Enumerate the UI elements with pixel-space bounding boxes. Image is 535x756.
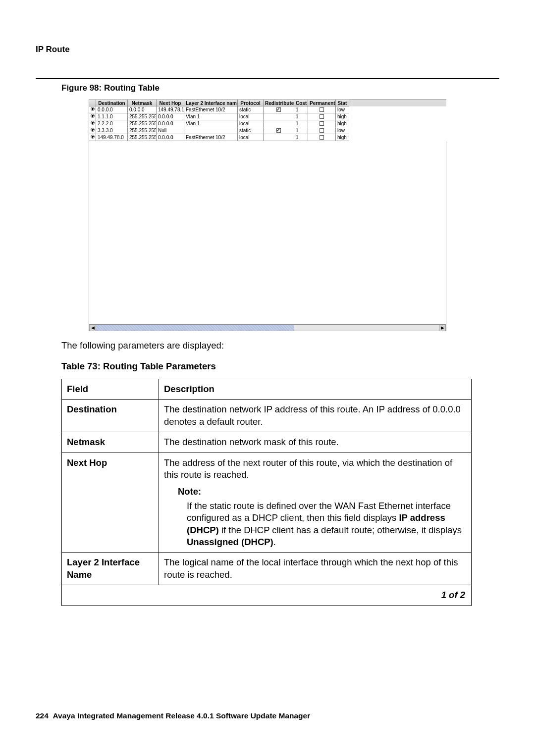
cell-destination: 3.3.3.0 [96,127,127,134]
col-redistribute[interactable]: Redistribute [263,100,294,106]
cell-redistribute[interactable] [263,134,294,141]
row-radio[interactable] [89,113,96,120]
cell-permanent[interactable] [308,134,335,141]
row-radio[interactable] [89,134,96,141]
page-footer: 224 Avaya Integrated Management Release … [36,711,310,720]
cell-nexthop: 0.0.0.0 [156,120,184,127]
table-page-indicator-row: 1 of 2 [62,585,472,605]
cell-netmask: 255.255.255.0 [127,120,156,127]
cell-netmask: 255.255.255.0 [127,113,156,120]
cell-cost: 1 [294,113,308,120]
params-head-desc: Description [159,379,472,400]
cell-cost: 1 [294,134,308,141]
cell-status: high [335,134,349,141]
cell-protocol: static [237,127,263,134]
scroll-right-icon[interactable]: ▶ [439,325,446,331]
table-row[interactable]: 1.1.1.0255.255.255.00.0.0.0Vlan 1local1h… [89,113,446,120]
cell-permanent[interactable] [308,120,335,127]
table-row[interactable]: 3.3.3.0255.255.255.0Nullstatic1low [89,127,446,134]
cell-status: low [335,127,349,134]
desc-nexthop: The address of the next router of this r… [159,453,472,553]
cell-protocol: static [237,106,263,113]
desc-destination: The destination network IP address of th… [159,400,472,432]
row-radio[interactable] [89,127,96,134]
col-status[interactable]: Stat [335,100,349,106]
cell-redistribute[interactable] [263,127,294,134]
cell-netmask: 255.255.255.0 [127,127,156,134]
figure-caption: Figure 98: Routing Table [61,83,499,93]
table-page-indicator: 1 of 2 [62,585,472,605]
table-row: Next Hop The address of the next router … [62,453,472,553]
cell-nexthop: 0.0.0.0 [156,134,184,141]
routing-table-header-row: Destination Netmask Next Hop Layer 2 Int… [89,99,446,106]
col-cost[interactable]: Cost [294,100,308,106]
cell-protocol: local [237,113,263,120]
scroll-left-icon[interactable]: ◀ [89,325,96,331]
note-body: If the static route is defined over the … [178,500,466,549]
row-radio[interactable] [89,120,96,127]
page-number: 224 [36,711,49,720]
page-section-title: IP Route [36,45,499,54]
cell-permanent[interactable] [308,113,335,120]
col-protocol[interactable]: Protocol [237,100,263,106]
cell-nexthop: 0.0.0.0 [156,113,184,120]
desc-netmask: The destination network mask of this rou… [159,432,472,453]
body-intro-text: The following parameters are displayed: [61,340,499,351]
desc-l2: The logical name of the local interface … [159,553,472,585]
cell-permanent[interactable] [308,127,335,134]
routing-params-table: Field Description Destination The destin… [61,379,472,606]
col-permanent[interactable]: Permanent [308,100,335,106]
row-radio[interactable] [89,106,96,113]
col-netmask[interactable]: Netmask [127,100,156,106]
cell-redistribute[interactable] [263,113,294,120]
col-nexthop[interactable]: Next Hop [156,100,184,106]
cell-protocol: local [237,134,263,141]
cell-layer2: FastEthernet 10/2 [184,106,237,113]
cell-netmask: 0.0.0.0 [127,106,156,113]
horizontal-scrollbar[interactable]: ◀ ▶ [89,324,446,331]
cell-destination: 1.1.1.0 [96,113,127,120]
cell-protocol: local [237,120,263,127]
cell-status: high [335,113,349,120]
cell-layer2 [184,127,237,134]
note-label: Note: [178,486,466,498]
cell-netmask: 255.255.255.0 [127,134,156,141]
table-row: Netmask The destination network mask of … [62,432,472,453]
cell-cost: 1 [294,106,308,113]
cell-destination: 2.2.2.0 [96,120,127,127]
cell-layer2: Vlan 1 [184,113,237,120]
cell-status: high [335,120,349,127]
table-row: Layer 2 Interface Name The logical name … [62,553,472,585]
cell-layer2: FastEthernet 10/2 [184,134,237,141]
cell-redistribute[interactable] [263,106,294,113]
params-table-title: Table 73: Routing Table Parameters [61,361,499,372]
cell-redistribute[interactable] [263,120,294,127]
params-head-field: Field [62,379,159,400]
cell-permanent[interactable] [308,106,335,113]
cell-nexthop: Null [156,127,184,134]
separator-line [36,78,499,79]
cell-destination: 0.0.0.0 [96,106,127,113]
cell-nexthop: 149.49.78.1 [156,106,184,113]
cell-destination: 149.49.78.0 [96,134,127,141]
field-nexthop: Next Hop [67,457,107,468]
table-row[interactable]: 0.0.0.00.0.0.0149.49.78.1FastEthernet 10… [89,106,446,113]
field-destination: Destination [67,404,117,414]
table-row[interactable]: 2.2.2.0255.255.255.00.0.0.0Vlan 1local1h… [89,120,446,127]
col-destination[interactable]: Destination [96,100,127,106]
col-layer2[interactable]: Layer 2 Interface name [184,100,237,106]
table-row[interactable]: 149.49.78.0255.255.255.00.0.0.0FastEther… [89,134,446,141]
cell-cost: 1 [294,120,308,127]
cell-layer2: Vlan 1 [184,120,237,127]
table-row: Destination The destination network IP a… [62,400,472,432]
field-l2: Layer 2 Interface Name [67,557,140,579]
cell-cost: 1 [294,127,308,134]
field-netmask: Netmask [67,437,105,447]
cell-status: low [335,106,349,113]
footer-text: Avaya Integrated Management Release 4.0.… [53,711,311,720]
routing-table-screenshot: Destination Netmask Next Hop Layer 2 Int… [89,99,446,331]
